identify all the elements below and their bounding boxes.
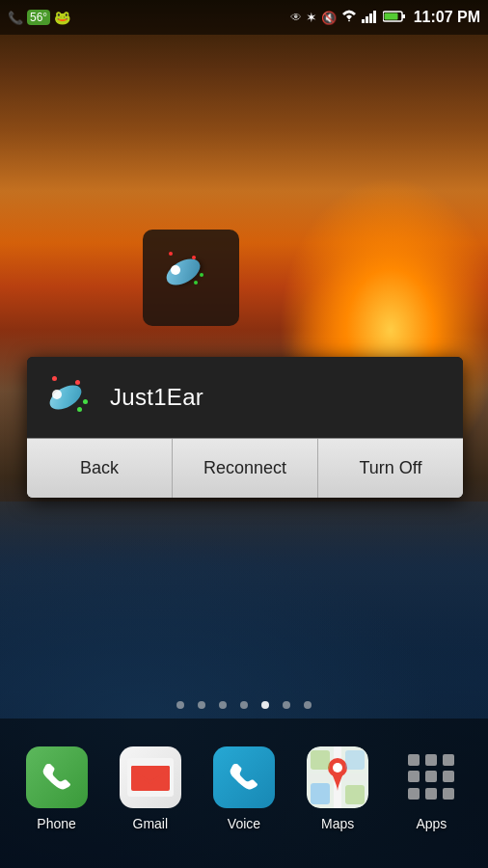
- apps-dot-4: [408, 771, 420, 782]
- svg-rect-6: [384, 13, 397, 19]
- page-indicators: [0, 701, 488, 709]
- svg-rect-17: [345, 785, 365, 804]
- svg-rect-19: [345, 750, 365, 770]
- page-dot-4[interactable]: [240, 701, 248, 709]
- apps-dot-2: [425, 754, 437, 766]
- apps-dot-1: [408, 754, 420, 766]
- gmail-app-icon: [120, 746, 181, 808]
- back-button[interactable]: Back: [27, 439, 173, 498]
- page-dot-5[interactable]: [261, 701, 269, 709]
- app-icon: [157, 244, 225, 312]
- svg-rect-18: [311, 783, 330, 804]
- dialog-header: Just1Ear: [27, 357, 463, 438]
- page-dot-6[interactable]: [283, 701, 290, 709]
- page-dot-1[interactable]: [176, 701, 184, 709]
- face-icon: 🐸: [54, 10, 70, 25]
- apps-dot-7: [408, 788, 420, 800]
- dock-item-maps[interactable]: Maps: [297, 746, 379, 831]
- phone-app-icon: [26, 746, 88, 808]
- temperature-badge: 56°: [27, 10, 50, 25]
- svg-rect-0: [362, 19, 365, 23]
- apps-label: Apps: [416, 816, 447, 831]
- phone-icon: 📞: [8, 11, 23, 25]
- gmail-label: Gmail: [133, 816, 169, 831]
- status-bar: 📞 56° 🐸 👁 ✶ 🔇: [0, 0, 488, 35]
- status-left: 📞 56° 🐸: [8, 10, 70, 25]
- voice-label: Voice: [228, 816, 260, 831]
- apps-dot-9: [443, 788, 454, 800]
- mute-icon: 🔇: [321, 11, 337, 25]
- apps-dot-8: [425, 788, 437, 800]
- svg-rect-16: [311, 750, 330, 770]
- apps-dot-3: [443, 754, 454, 766]
- maps-label: Maps: [321, 816, 354, 831]
- battery-icon: [383, 10, 406, 26]
- svg-rect-3: [373, 11, 376, 23]
- svg-rect-1: [366, 16, 368, 23]
- dock-item-apps[interactable]: Apps: [391, 746, 473, 831]
- app-widget[interactable]: [143, 230, 239, 326]
- dock-item-gmail[interactable]: Gmail: [109, 746, 191, 831]
- dock: Phone Gmail: [0, 719, 488, 868]
- page-dot-3[interactable]: [219, 701, 227, 709]
- apps-dot-5: [425, 771, 437, 782]
- turn-off-button[interactable]: Turn Off: [318, 439, 463, 498]
- dialog-title: Just1Ear: [110, 384, 203, 411]
- status-right: 👁 ✶ 🔇 11:07 PM: [290, 9, 480, 26]
- svg-point-15: [333, 763, 342, 773]
- svg-rect-5: [402, 14, 405, 18]
- apps-dot-6: [443, 771, 454, 782]
- clock: 11:07 PM: [414, 9, 480, 26]
- wifi-icon: [340, 10, 358, 26]
- apps-app-icon: [400, 746, 462, 808]
- dialog: Just1Ear Back Reconnect Turn Off: [27, 357, 463, 498]
- bluetooth-icon: ✶: [306, 10, 317, 25]
- phone-label: Phone: [37, 816, 75, 831]
- reconnect-button[interactable]: Reconnect: [173, 439, 318, 498]
- eye-icon: 👁: [290, 11, 302, 24]
- maps-app-icon: [307, 746, 368, 808]
- page-dot-7[interactable]: [304, 701, 312, 709]
- voice-app-icon: [213, 746, 275, 808]
- dialog-buttons: Back Reconnect Turn Off: [27, 438, 463, 498]
- svg-rect-2: [369, 14, 372, 23]
- dock-item-voice[interactable]: Voice: [203, 746, 285, 831]
- dialog-app-icon: [42, 370, 96, 424]
- dock-item-phone[interactable]: Phone: [15, 746, 97, 831]
- signal-bars: [362, 10, 379, 26]
- page-dot-2[interactable]: [198, 701, 205, 709]
